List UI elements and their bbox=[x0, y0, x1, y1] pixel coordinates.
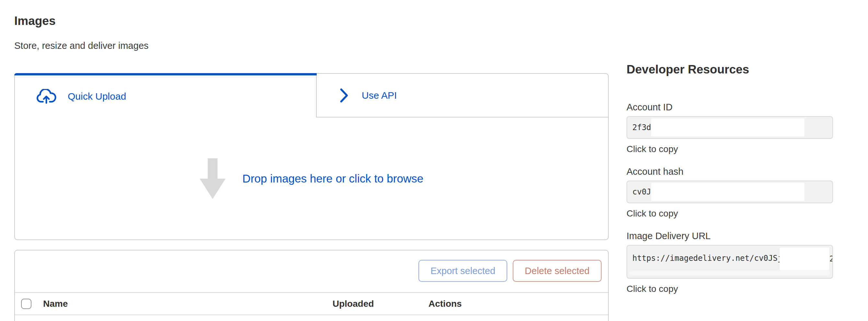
redaction-overlay bbox=[779, 248, 829, 270]
account-hash-value: cv0J bbox=[632, 187, 651, 197]
horizontal-scrollbar[interactable] bbox=[629, 271, 830, 276]
page-subtitle: Store, resize and deliver images bbox=[14, 40, 609, 51]
developer-resources-panel: Developer Resources Account ID 2f3d Clic… bbox=[626, 0, 833, 321]
column-header-name: Name bbox=[43, 299, 68, 309]
image-delivery-url-value: https://imagedelivery.net/cv0JSj bbox=[632, 254, 782, 263]
account-id-label: Account ID bbox=[626, 102, 833, 113]
column-header-actions: Actions bbox=[429, 299, 462, 309]
image-delivery-url-field[interactable]: https://imagedelivery.net/cv0JSj 2 bbox=[626, 245, 833, 279]
delete-selected-button[interactable]: Delete selected bbox=[513, 260, 601, 282]
resource-account-hash: Account hash cv0J Click to copy bbox=[626, 166, 833, 219]
drop-zone-label: Drop images here or click to browse bbox=[243, 172, 423, 185]
image-drop-zone[interactable]: Drop images here or click to browse bbox=[15, 117, 608, 240]
cloud-upload-icon bbox=[36, 89, 56, 104]
tab-use-api-label: Use API bbox=[362, 90, 397, 101]
page-title: Images bbox=[14, 13, 609, 29]
account-hash-field[interactable]: cv0J bbox=[626, 181, 833, 203]
resource-image-delivery-url: Image Delivery URL https://imagedelivery… bbox=[626, 230, 833, 294]
account-id-value: 2f3d bbox=[632, 123, 651, 132]
image-table-header: Name Uploaded Actions bbox=[15, 293, 608, 315]
upload-panel: Quick Upload Use API Drop images here or… bbox=[14, 73, 609, 240]
active-tab-accent-bar bbox=[14, 73, 317, 75]
select-all-checkbox[interactable] bbox=[21, 299, 31, 309]
redaction-overlay bbox=[651, 183, 804, 201]
image-delivery-url-label: Image Delivery URL bbox=[626, 230, 833, 241]
tab-quick-upload-label: Quick Upload bbox=[68, 91, 126, 102]
redaction-overlay bbox=[651, 118, 804, 137]
developer-resources-title: Developer Resources bbox=[626, 62, 833, 77]
tab-quick-upload[interactable]: Quick Upload bbox=[15, 74, 316, 117]
bulk-actions-row: Export selected Delete selected bbox=[15, 250, 608, 293]
arrow-down-icon bbox=[200, 158, 225, 199]
copy-hint: Click to copy bbox=[626, 284, 833, 294]
account-id-field[interactable]: 2f3d bbox=[626, 116, 833, 139]
resource-account-id: Account ID 2f3d Click to copy bbox=[626, 102, 833, 154]
image-list-panel: Export selected Delete selected Name Upl… bbox=[14, 250, 609, 321]
export-selected-button[interactable]: Export selected bbox=[418, 260, 507, 282]
copy-hint: Click to copy bbox=[626, 208, 833, 219]
redacted-tail-character: 2 bbox=[830, 248, 832, 270]
column-header-uploaded: Uploaded bbox=[333, 299, 374, 309]
copy-hint: Click to copy bbox=[626, 144, 833, 154]
main-content: Images Store, resize and deliver images … bbox=[14, 0, 609, 321]
account-hash-label: Account hash bbox=[626, 166, 833, 177]
chevron-right-icon bbox=[340, 88, 349, 103]
tab-use-api[interactable]: Use API bbox=[316, 74, 608, 117]
upload-tabs: Quick Upload Use API bbox=[15, 74, 608, 117]
